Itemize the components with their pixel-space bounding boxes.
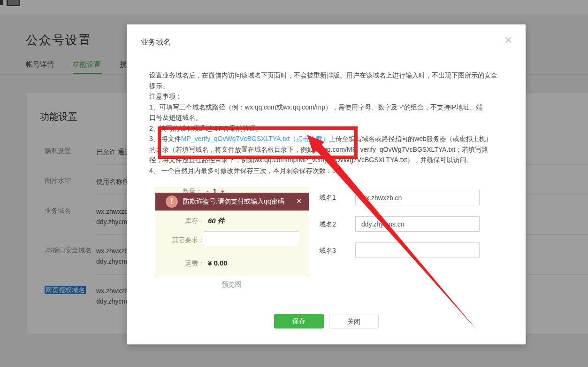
domain3-label: 域名3 xyxy=(319,247,336,255)
modal-notice: 设置业务域名后，在微信内访问该域名下页面时，不会被重新排版。用户在该域名上进行输… xyxy=(149,70,507,176)
domain2-label: 域名2 xyxy=(319,220,336,229)
security-warning-preview: 数量：-1+ ! 防欺诈盗号,请勿支付或输入qq密码 ✕ 库存： 60 件 其它… xyxy=(155,187,309,277)
notice-line: 设置业务域名后，在微信内访问该域名下页面时，不会被重新排版。用户在该域名上进行输… xyxy=(149,70,507,81)
banner-close-icon: ✕ xyxy=(296,197,302,205)
notice-line: 2、填写的域名须通过ICP备案的验证。 xyxy=(149,123,507,134)
notice-line: 1、可填写三个域名或路径（例：wx.qq.com或wx.qq.com/mp），需… xyxy=(149,102,507,113)
fraud-warning-text: 防欺诈盗号,请勿支付或输入qq密码 xyxy=(183,197,284,206)
fraud-warning-banner: ! 防欺诈盗号,请勿支付或输入qq密码 ✕ xyxy=(155,193,309,211)
notice-line: 口号及短链域名。 xyxy=(149,112,507,123)
shipping-value: ¥ 0.00 xyxy=(208,259,228,267)
remaining-save-count: 3 xyxy=(332,167,336,174)
save-button[interactable]: 保存 xyxy=(274,314,324,328)
modal-title: 业务域名 xyxy=(141,38,171,47)
notice-line: 径，将文件放置在路径目录下，例如wx.qq.com/mp/MP_verify_q… xyxy=(149,155,507,165)
shipping-label: 运费： xyxy=(155,259,205,268)
notice-line: 的目录（若填写域名，将文件放置在域名根目录下，例如wx.qq.com/MP_ve… xyxy=(149,144,507,155)
business-domain-modal: 业务域名 × 设置业务域名后，在微信内访问该域名下页面时，不会被重新排版。用户在… xyxy=(127,24,526,344)
domain2-input[interactable] xyxy=(355,216,480,232)
other-requirements-label: 其它要求： xyxy=(155,236,205,244)
stock-value: 60 件 xyxy=(208,217,225,226)
close-icon[interactable]: × xyxy=(504,33,512,47)
notice-line: 3、 将文件MP_verify_qOvWg7VcBGSXLTYA.txt（点击下… xyxy=(149,133,507,144)
preview-caption: 预览图 xyxy=(155,281,308,289)
domain3-input[interactable] xyxy=(355,242,480,258)
stock-label: 库存： xyxy=(155,217,205,226)
close-button[interactable]: 关闭 xyxy=(329,314,379,328)
warning-icon: ! xyxy=(166,195,178,208)
domain1-input[interactable] xyxy=(355,190,480,205)
screen: 公众号设置 帐号详情 功能设置 授权管理 功能设置 隐私设置 已允许 通过 图片… xyxy=(0,0,588,367)
notice-line: 提示。 xyxy=(149,81,507,92)
verify-file-download-link[interactable]: MP_verify_qOvWg7VcBGSXLTYA.txt（点击下载） xyxy=(181,135,329,142)
notice-line: 4、 一个自然月内最多可修改并保存三次，本月剩余保存次数：3 xyxy=(149,165,507,176)
domain1-label: 域名1 xyxy=(319,194,336,202)
notice-line: 注意事项： xyxy=(149,91,507,102)
other-requirements-input xyxy=(203,231,300,246)
